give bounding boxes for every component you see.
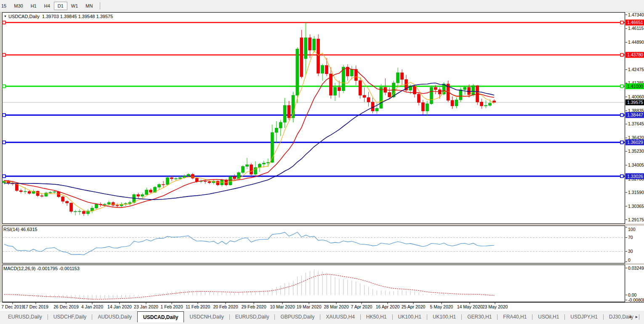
- candle: [66, 201, 69, 203]
- candle: [78, 211, 81, 212]
- price-tick-label: 1.29175: [628, 217, 644, 222]
- candle: [287, 106, 290, 118]
- candle: [451, 100, 454, 106]
- chart-tab-XAUUSD-H4[interactable]: XAUUSD,H4: [320, 312, 360, 322]
- chart-tab-GBPUSD-Daily[interactable]: GBPUSD,Daily: [275, 312, 320, 322]
- candle: [45, 193, 48, 196]
- candle: [434, 88, 437, 90]
- candle: [317, 39, 320, 73]
- date-tick-label[interactable]: 23 May 2020: [482, 304, 508, 309]
- chart-tab-EURUSD-Daily[interactable]: EURUSD,Daily: [3, 312, 48, 322]
- collapse-triangle-icon[interactable]: ▼: [4, 15, 7, 18]
- date-tick-label[interactable]: 14 Jan 2020: [107, 304, 132, 309]
- line-handle[interactable]: [620, 114, 623, 117]
- candle: [262, 163, 265, 164]
- date-tick-label[interactable]: 4 Jan 2020: [81, 304, 103, 309]
- candle: [472, 86, 475, 95]
- line-handle[interactable]: [620, 21, 623, 24]
- date-tick-label[interactable]: 14 May 2020: [457, 304, 483, 309]
- candle: [397, 73, 399, 83]
- date-tick-label[interactable]: 1 Feb 2020: [160, 304, 183, 309]
- candle: [480, 102, 483, 106]
- date-tick-label[interactable]: 7 Dec 2019: [1, 304, 24, 309]
- candle: [170, 178, 173, 179]
- line-handle[interactable]: [3, 175, 5, 178]
- timeframe-button-M30[interactable]: M30: [10, 2, 27, 10]
- candle: [70, 203, 73, 211]
- chart-canvas: 1.473401.461151.448901.424751.412851.400…: [0, 0, 644, 324]
- candle: [107, 202, 110, 204]
- candle: [363, 95, 366, 97]
- date-tick-label[interactable]: 17 Dec 2019: [23, 304, 48, 309]
- candle: [24, 191, 27, 192]
- chart-tab-USDJPY-H1[interactable]: USDJPY,H1: [565, 312, 603, 322]
- candle: [375, 108, 378, 111]
- line-handle[interactable]: [620, 53, 623, 56]
- chart-tab-AUDUSD-Daily[interactable]: AUDUSD,Daily: [92, 312, 137, 322]
- candle: [296, 49, 299, 96]
- line-handle[interactable]: [3, 53, 5, 56]
- date-tick-label[interactable]: 19 Mar 2020: [297, 304, 322, 309]
- timeframe-button-MN[interactable]: MN: [82, 2, 96, 10]
- candle: [82, 211, 85, 214]
- line-handle[interactable]: [3, 21, 5, 24]
- date-tick-label[interactable]: 25 Apr 2020: [402, 304, 426, 309]
- line-handle[interactable]: [620, 85, 623, 88]
- chart-tab-UK100-H1[interactable]: UK100,H1: [393, 312, 427, 322]
- date-tick-label[interactable]: 16 Apr 2020: [376, 304, 400, 309]
- candle: [112, 202, 114, 205]
- timeframe-button-H1[interactable]: H1: [27, 2, 40, 10]
- timeframe-button-D1[interactable]: D1: [54, 2, 67, 10]
- date-tick-label[interactable]: 26 Dec 2019: [53, 304, 79, 309]
- chart-tab-USDCAD-Daily[interactable]: USDCAD,Daily: [137, 311, 184, 322]
- timeframe-button-H4[interactable]: H4: [40, 2, 54, 10]
- candle: [242, 166, 245, 173]
- candle: [468, 88, 471, 95]
- chart-tab-USDCNH-Daily[interactable]: USDCNH,Daily: [184, 312, 229, 322]
- line-handle[interactable]: [3, 114, 5, 117]
- panel-splitter-main-rsi[interactable]: [0, 223, 644, 226]
- rsi-axis-label: 30: [628, 249, 633, 254]
- line-handle[interactable]: [620, 141, 623, 144]
- chart-tab-UK100-H1[interactable]: UK100,H1: [427, 312, 461, 322]
- candle: [426, 104, 428, 111]
- chart-tab-HK50-H1[interactable]: HK50,H1: [361, 312, 392, 322]
- chart-tab-bar: EURUSD,DailyUSDCHF,DailyAUDUSD,DailyUSDC…: [0, 311, 644, 324]
- price-badge-label: 1.41000: [627, 84, 643, 89]
- tab-scroll-right-icon[interactable]: ►: [635, 315, 641, 319]
- line-handle[interactable]: [3, 85, 5, 88]
- timeframe-button-W1[interactable]: W1: [67, 2, 82, 10]
- chart-tab-EURUSD-Daily[interactable]: EURUSD,Daily: [230, 312, 275, 322]
- candle: [388, 93, 391, 97]
- panel-splitter-rsi-macd[interactable]: [0, 263, 644, 265]
- tab-scroll-left-icon[interactable]: ◄: [628, 315, 635, 319]
- macd-panel: [3, 265, 625, 302]
- candle: [321, 65, 324, 73]
- date-tick-label[interactable]: 7 Apr 2020: [351, 304, 373, 309]
- chart-tab-FRA40-H1[interactable]: FRA40,H1: [498, 312, 532, 322]
- date-tick-label[interactable]: 5 May 2020: [430, 304, 453, 309]
- timeframe-button-15[interactable]: 15: [0, 2, 10, 10]
- chart-ohlc-values: 1.39703 1.39845 1.39548 1.39575: [42, 14, 113, 19]
- chart-title: ▼USDCAD,Daily 1.39703 1.39845 1.39548 1.…: [4, 14, 113, 19]
- rsi-axis-label: 70: [628, 235, 633, 240]
- candle: [208, 182, 211, 183]
- date-tick-label[interactable]: 11 Feb 2020: [186, 304, 210, 309]
- chart-tab-USOil-H1[interactable]: USOil,H1: [532, 312, 564, 322]
- line-handle[interactable]: [620, 175, 623, 178]
- date-tick-label[interactable]: 23 Jan 2020: [134, 304, 158, 309]
- macd-axis-label: -0.00808: [628, 297, 644, 303]
- trading-platform-window: 15M30H1H4D1W1MN 1.473401.461151.448901.4…: [0, 0, 644, 324]
- chart-tab-USDCHF-Daily[interactable]: USDCHF,Daily: [48, 312, 92, 322]
- candle: [455, 100, 458, 106]
- candle: [74, 212, 77, 212]
- date-tick-label[interactable]: 10 Mar 2020: [270, 304, 295, 309]
- line-handle[interactable]: [3, 141, 5, 144]
- chart-tab-GER30-H1[interactable]: GER30,H1: [462, 312, 497, 322]
- date-tick-label[interactable]: 28 Mar 2020: [324, 304, 349, 309]
- date-tick-label[interactable]: 29 Feb 2020: [242, 304, 266, 309]
- candle: [266, 162, 269, 163]
- price-tick-label: 1.35230: [628, 149, 644, 154]
- candle: [367, 98, 370, 102]
- date-tick-label[interactable]: 20 Feb 2020: [213, 304, 238, 309]
